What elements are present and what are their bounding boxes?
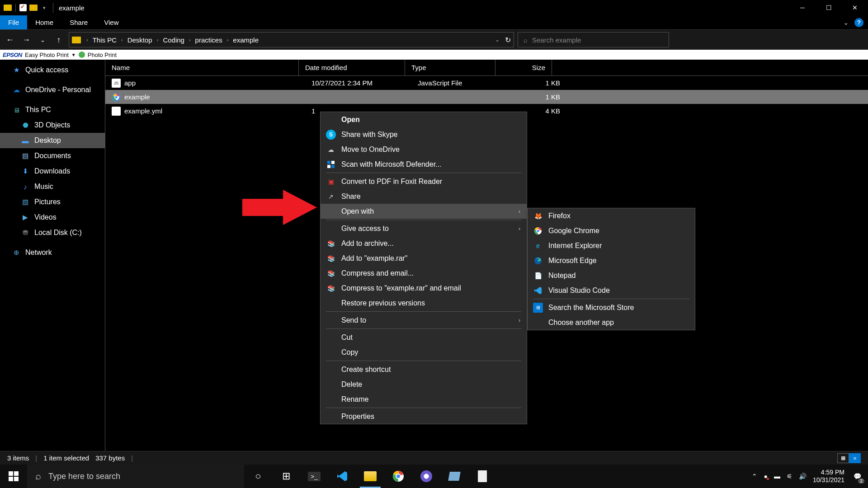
menu-item-open[interactable]: Open (321, 112, 527, 127)
epson-photo-print[interactable]: Photo Print (88, 52, 117, 58)
tab-home[interactable]: Home (27, 15, 61, 29)
task-view-icon[interactable]: ⊞ (272, 465, 300, 488)
tab-file[interactable]: File (0, 15, 27, 29)
sidebar-item-local-disk[interactable]: ⛃Local Disk (C:) (0, 225, 105, 240)
breadcrumb-item[interactable]: This PC (91, 36, 118, 44)
openwith-store[interactable]: ⊞Search the Microsoft Store (528, 300, 695, 315)
volume-icon[interactable]: 🔊 (799, 473, 807, 480)
menu-item-compress-rar-email[interactable]: 📚Compress to "example.rar" and email (321, 281, 527, 296)
dropdown-icon[interactable]: ▼ (71, 52, 76, 57)
menu-item-properties[interactable]: Properties (321, 409, 527, 424)
sidebar-item-videos[interactable]: ▶Videos (0, 210, 105, 225)
view-thumbnails-button[interactable]: ▦ (837, 453, 849, 463)
menu-item-onedrive[interactable]: ☁Move to OneDrive (321, 142, 527, 157)
refresh-icon[interactable]: ↻ (505, 36, 511, 44)
openwith-chrome[interactable]: Google Chrome (528, 223, 695, 238)
history-dropdown-icon[interactable]: ⌄ (36, 33, 49, 47)
breadcrumb-item[interactable]: Desktop (126, 36, 154, 44)
sidebar-item-desktop[interactable]: ▬Desktop (0, 133, 105, 148)
menu-item-open-with[interactable]: Open with› (321, 204, 527, 219)
cortana-icon[interactable]: ○ (244, 465, 272, 488)
menu-item-restore[interactable]: Restore previous versions (321, 296, 527, 310)
menu-item-add-rar[interactable]: 📚Add to "example.rar" (321, 251, 527, 266)
view-details-button[interactable]: ≡ (849, 453, 861, 463)
ribbon-collapse-icon[interactable]: ⌄ (843, 19, 849, 27)
explorer-icon[interactable] (356, 465, 384, 488)
back-button[interactable]: ← (4, 33, 16, 47)
forward-button[interactable]: → (20, 33, 33, 47)
start-button[interactable] (0, 465, 27, 488)
sidebar-item-documents[interactable]: ▤Documents (0, 148, 105, 164)
vscode-icon[interactable] (328, 465, 356, 488)
maximize-button[interactable]: ☐ (816, 0, 842, 15)
chevron-right-icon[interactable]: › (84, 37, 91, 42)
sidebar-item-onedrive[interactable]: ☁OneDrive - Personal (0, 82, 105, 98)
column-type[interactable]: Type (405, 60, 495, 75)
sidebar-item-pictures[interactable]: ▧Pictures (0, 194, 105, 210)
qat-dropdown-icon[interactable]: ▾ (43, 5, 46, 11)
breadcrumb-item[interactable]: example (231, 36, 260, 44)
column-name[interactable]: Name (105, 60, 299, 75)
tray-icon[interactable]: ●● (764, 473, 767, 480)
address-dropdown-icon[interactable]: ⌄ (495, 37, 500, 43)
file-row[interactable]: example 1 KB (105, 90, 868, 104)
address-bar[interactable]: › This PC › Desktop › Coding › practices… (69, 32, 514, 47)
search-box[interactable]: ⌕ Search example (518, 32, 669, 47)
sidebar-item-downloads[interactable]: ⬇Downloads (0, 164, 105, 179)
sidebar-item-this-pc[interactable]: 🖥This PC (0, 102, 105, 117)
help-icon[interactable]: ? (854, 18, 863, 27)
tab-view[interactable]: View (96, 15, 127, 29)
sidebar-item-quick-access[interactable]: ★Quick access (0, 62, 105, 78)
menu-item-archive[interactable]: 📚Add to archive... (321, 236, 527, 251)
menu-item-give-access[interactable]: Give access to› (321, 221, 527, 236)
openwith-another[interactable]: Choose another app (528, 315, 695, 330)
wifi-icon[interactable]: ⚟ (787, 473, 793, 480)
clock[interactable]: 4:59 PM 10/31/2021 (813, 469, 844, 484)
notifications-icon[interactable]: 💬2 (851, 470, 863, 483)
folder-icon[interactable] (29, 5, 38, 11)
battery-icon[interactable]: ▬ (774, 473, 780, 480)
column-size[interactable]: Size (495, 60, 552, 75)
openwith-ie[interactable]: eInternet Explorer (528, 238, 695, 253)
menu-item-cut[interactable]: Cut (321, 330, 527, 345)
menu-item-defender[interactable]: Scan with Microsoft Defender... (321, 157, 527, 172)
menu-item-compress-email[interactable]: 📚Compress and email... (321, 266, 527, 281)
tray-overflow-icon[interactable]: ⌃ (752, 473, 757, 480)
openwith-firefox[interactable]: 🦊Firefox (528, 208, 695, 223)
app-icon[interactable] (412, 465, 440, 488)
chevron-right-icon[interactable]: › (224, 37, 231, 42)
menu-item-delete[interactable]: Delete (321, 377, 527, 392)
up-button[interactable]: ↑ (52, 33, 65, 47)
epson-easy-print[interactable]: Easy Photo Print (25, 52, 69, 58)
openwith-notepad[interactable]: 📄Notepad (528, 268, 695, 283)
openwith-vscode[interactable]: Visual Studio Code (528, 283, 695, 298)
menu-item-send-to[interactable]: Send to› (321, 313, 527, 328)
close-button[interactable]: ✕ (842, 0, 868, 15)
breadcrumb-item[interactable]: Coding (161, 36, 186, 44)
terminal-icon[interactable]: >_ (300, 465, 328, 488)
chevron-right-icon[interactable]: › (118, 37, 126, 42)
file-row[interactable]: JS app 10/27/2021 2:34 PM JavaScript Fil… (105, 76, 868, 90)
menu-item-copy[interactable]: Copy (321, 345, 527, 360)
sidebar-item-network[interactable]: ⊕Network (0, 245, 105, 260)
svg-rect-4 (9, 471, 13, 476)
chrome-icon[interactable] (384, 465, 412, 488)
openwith-edge[interactable]: Microsoft Edge (528, 253, 695, 268)
minimize-button[interactable]: ─ (789, 0, 816, 15)
app-icon[interactable] (440, 465, 468, 488)
menu-item-rename[interactable]: Rename (321, 392, 527, 407)
breadcrumb-item[interactable]: practices (193, 36, 224, 44)
sidebar-item-3d-objects[interactable]: ⬣3D Objects (0, 117, 105, 133)
taskbar-search[interactable]: ⌕ Type here to search (27, 465, 244, 488)
chevron-right-icon[interactable]: › (186, 37, 193, 42)
chevron-right-icon[interactable]: › (154, 37, 161, 42)
pin-icon[interactable] (19, 4, 27, 11)
tab-share[interactable]: Share (61, 15, 96, 29)
menu-item-skype[interactable]: SShare with Skype (321, 127, 527, 142)
column-date[interactable]: Date modified (299, 60, 405, 75)
sidebar-item-music[interactable]: ♪Music (0, 179, 105, 194)
menu-item-foxit[interactable]: ▣Convert to PDF in Foxit Reader (321, 174, 527, 189)
menu-item-shortcut[interactable]: Create shortcut (321, 362, 527, 377)
menu-item-share[interactable]: ↗Share (321, 189, 527, 204)
app-icon[interactable] (468, 465, 496, 488)
